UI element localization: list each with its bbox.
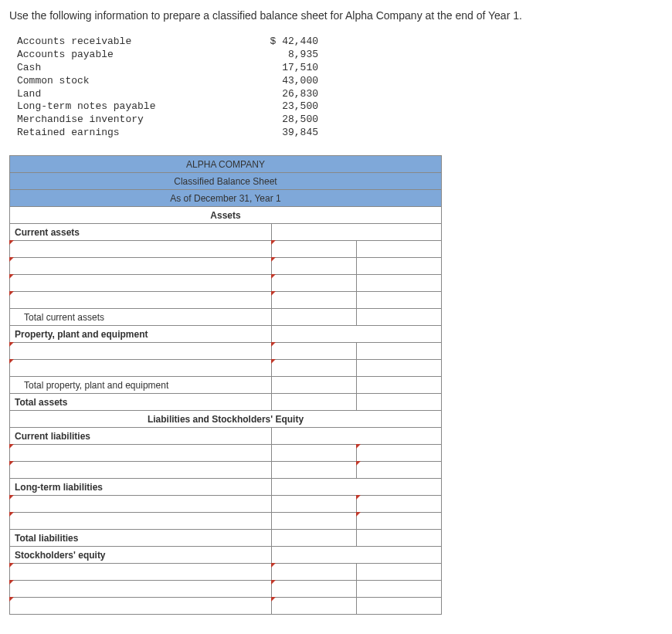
dropdown-icon <box>9 291 14 296</box>
acct-value: 39,845 <box>256 127 318 140</box>
empty-cell <box>272 309 357 326</box>
se-amount-input[interactable] <box>272 564 357 581</box>
empty-cell <box>357 479 442 496</box>
empty-cell <box>357 241 442 258</box>
ppe-label: Property, plant and equipment <box>10 326 272 343</box>
empty-cell <box>272 496 357 513</box>
dropdown-icon <box>271 580 276 585</box>
dropdown-icon <box>271 342 276 347</box>
total-assets-value[interactable] <box>357 394 442 411</box>
se-amount-input[interactable] <box>272 581 357 598</box>
asset-line-select[interactable] <box>10 241 272 258</box>
dropdown-icon <box>9 580 14 585</box>
liab-line-select[interactable] <box>10 445 272 462</box>
total-current-assets-value[interactable] <box>357 309 442 326</box>
ltliab-amount-input[interactable] <box>357 496 442 513</box>
total-assets-label: Total assets <box>10 394 272 411</box>
acct-label: Cash <box>17 62 256 75</box>
empty-cell <box>357 360 442 377</box>
se-line-select[interactable] <box>10 598 272 615</box>
empty-cell <box>357 598 442 615</box>
empty-cell <box>357 343 442 360</box>
asset-amount-input[interactable] <box>272 292 357 309</box>
empty-cell <box>272 394 357 411</box>
instruction-text: Use the following information to prepare… <box>9 9 663 22</box>
assets-header: Assets <box>10 207 442 224</box>
dropdown-icon <box>9 342 14 347</box>
empty-cell <box>357 564 442 581</box>
empty-cell <box>272 479 357 496</box>
dropdown-icon <box>9 444 14 449</box>
se-line-select[interactable] <box>10 564 272 581</box>
ltliab-line-select[interactable] <box>10 496 272 513</box>
total-ppe-label: Total property, plant and equipment <box>10 377 272 394</box>
ppe-amount-input[interactable] <box>272 343 357 360</box>
dropdown-icon <box>9 359 14 364</box>
empty-cell <box>357 258 442 275</box>
acct-label: Common stock <box>17 75 256 88</box>
dropdown-icon <box>271 563 276 568</box>
empty-cell <box>272 377 357 394</box>
acct-value: 8,935 <box>256 49 318 62</box>
liab-amount-input[interactable] <box>357 462 442 479</box>
empty-cell <box>272 513 357 530</box>
dropdown-icon <box>356 461 361 466</box>
dropdown-icon <box>9 257 14 262</box>
dropdown-icon <box>271 597 276 602</box>
asset-line-select[interactable] <box>10 258 272 275</box>
dropdown-icon <box>9 274 14 279</box>
dropdown-icon <box>271 291 276 296</box>
sheet-title-company: ALPHA COMPANY <box>10 156 442 173</box>
dropdown-icon <box>271 359 276 364</box>
asset-amount-input[interactable] <box>272 258 357 275</box>
asset-amount-input[interactable] <box>272 275 357 292</box>
liabilities-header: Liabilities and Stockholders' Equity <box>10 411 442 428</box>
ppe-amount-input[interactable] <box>272 360 357 377</box>
empty-cell <box>357 428 442 445</box>
dropdown-icon <box>356 444 361 449</box>
se-amount-input[interactable] <box>272 598 357 615</box>
current-assets-label: Current assets <box>10 224 272 241</box>
current-liabilities-label: Current liabilities <box>10 428 272 445</box>
empty-cell <box>357 326 442 343</box>
total-current-assets-label: Total current assets <box>10 309 272 326</box>
total-liabilities-value[interactable] <box>357 530 442 547</box>
acct-label: Long-term notes payable <box>17 100 256 114</box>
total-liabilities-label: Total liabilities <box>10 530 272 547</box>
asset-line-select[interactable] <box>10 292 272 309</box>
acct-label: Merchandise inventory <box>17 114 256 127</box>
ppe-line-select[interactable] <box>10 360 272 377</box>
acct-value: 43,000 <box>256 75 318 88</box>
acct-label: Land <box>17 88 256 101</box>
empty-cell <box>272 428 357 445</box>
liab-line-select[interactable] <box>10 462 272 479</box>
empty-cell <box>357 292 442 309</box>
acct-value: $ 42,440 <box>256 36 318 49</box>
dropdown-icon <box>271 257 276 262</box>
stockholders-equity-label: Stockholders' equity <box>10 547 272 564</box>
dropdown-icon <box>356 512 361 517</box>
dropdown-icon <box>271 240 276 245</box>
dropdown-icon <box>9 495 14 500</box>
dropdown-icon <box>9 240 14 245</box>
total-ppe-value[interactable] <box>357 377 442 394</box>
ltliab-line-select[interactable] <box>10 513 272 530</box>
dropdown-icon <box>9 563 14 568</box>
liab-amount-input[interactable] <box>357 445 442 462</box>
acct-value: 26,830 <box>256 88 318 101</box>
dropdown-icon <box>9 512 14 517</box>
sheet-title-type: Classified Balance Sheet <box>10 173 442 190</box>
balance-sheet-table: ALPHA COMPANY Classified Balance Sheet A… <box>9 155 442 615</box>
empty-cell <box>357 224 442 241</box>
ppe-line-select[interactable] <box>10 343 272 360</box>
empty-cell <box>272 445 357 462</box>
asset-line-select[interactable] <box>10 275 272 292</box>
se-line-select[interactable] <box>10 581 272 598</box>
asset-amount-input[interactable] <box>272 241 357 258</box>
dropdown-icon <box>271 274 276 279</box>
empty-cell <box>272 224 357 241</box>
acct-label: Accounts payable <box>17 49 256 62</box>
acct-label: Accounts receivable <box>17 36 256 49</box>
ltliab-amount-input[interactable] <box>357 513 442 530</box>
dropdown-icon <box>9 461 14 466</box>
